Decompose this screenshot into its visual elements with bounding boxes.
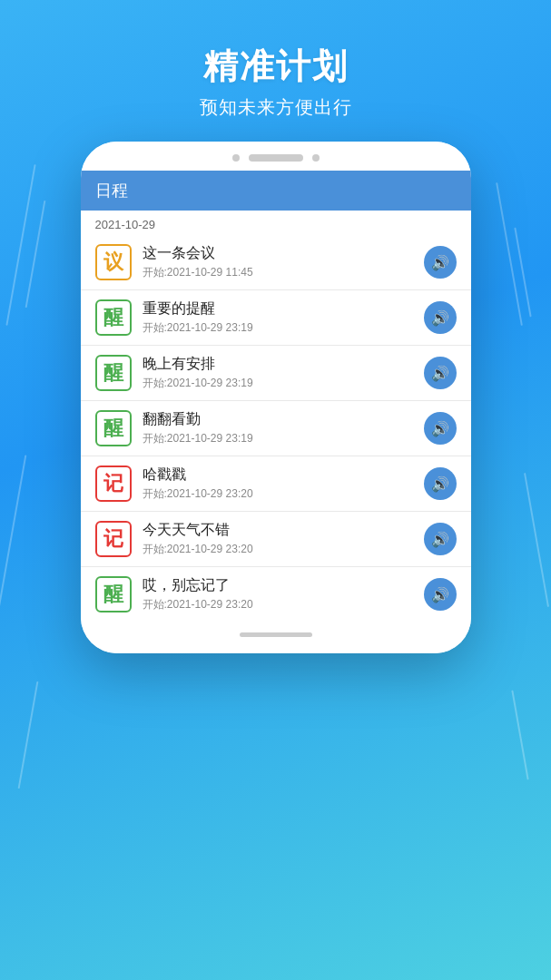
item-icon-xing-3: 醒 xyxy=(95,410,132,446)
item-icon-ji-5: 记 xyxy=(95,521,132,557)
schedule-title: 日程 xyxy=(95,180,457,201)
item-content-3: 翻翻看勤 开始:2021-10-29 23:19 xyxy=(143,410,413,446)
item-time-5: 开始:2021-10-29 23:20 xyxy=(143,542,413,557)
schedule-body: 2021-10-29 议 这一条会议 开始:2021-10-29 11:45 🔊… xyxy=(81,211,471,622)
item-title-5: 今天天气不错 xyxy=(143,521,413,540)
item-title-1: 重要的提醒 xyxy=(143,299,413,318)
list-item: 醒 哎，别忘记了 开始:2021-10-29 23:20 🔊 xyxy=(81,567,471,622)
list-item: 醒 重要的提醒 开始:2021-10-29 23:19 🔊 xyxy=(81,290,471,346)
item-icon-xing-6: 醒 xyxy=(95,576,132,612)
speaker-icon-6: 🔊 xyxy=(431,586,449,603)
list-item: 记 哈戳戳 开始:2021-10-29 23:20 🔊 xyxy=(81,456,471,512)
item-icon-xing-2: 醒 xyxy=(95,355,132,391)
list-item: 议 这一条会议 开始:2021-10-29 11:45 🔊 xyxy=(81,235,471,290)
phone-dot-left xyxy=(232,154,240,162)
item-content-5: 今天天气不错 开始:2021-10-29 23:20 xyxy=(143,521,413,557)
speaker-icon-4: 🔊 xyxy=(431,475,449,493)
item-content-6: 哎，别忘记了 开始:2021-10-29 23:20 xyxy=(143,576,413,612)
item-time-4: 开始:2021-10-29 23:20 xyxy=(143,486,413,502)
sound-button-0[interactable]: 🔊 xyxy=(424,246,457,279)
schedule-header: 日程 xyxy=(81,171,471,211)
sound-button-2[interactable]: 🔊 xyxy=(424,357,457,389)
home-indicator xyxy=(240,632,312,637)
item-title-0: 这一条会议 xyxy=(143,244,413,263)
list-item: 醒 翻翻看勤 开始:2021-10-29 23:19 🔊 xyxy=(81,401,471,456)
sound-button-6[interactable]: 🔊 xyxy=(424,578,457,611)
speaker-icon-0: 🔊 xyxy=(431,254,449,271)
item-time-2: 开始:2021-10-29 23:19 xyxy=(143,376,413,391)
speaker-icon-1: 🔊 xyxy=(431,309,449,327)
sound-button-4[interactable]: 🔊 xyxy=(424,467,457,500)
speaker-icon-2: 🔊 xyxy=(431,365,449,382)
header-section: 精准计划 预知未来方便出行 xyxy=(200,44,352,120)
sound-button-5[interactable]: 🔊 xyxy=(424,523,457,555)
list-item: 醒 晚上有安排 开始:2021-10-29 23:19 🔊 xyxy=(81,346,471,401)
main-subtitle: 预知未来方便出行 xyxy=(200,95,352,120)
item-title-3: 翻翻看勤 xyxy=(143,410,413,429)
item-content-2: 晚上有安排 开始:2021-10-29 23:19 xyxy=(143,355,413,391)
item-title-2: 晚上有安排 xyxy=(143,355,413,374)
phone-dot-right xyxy=(312,154,320,162)
item-content-1: 重要的提醒 开始:2021-10-29 23:19 xyxy=(143,299,413,336)
item-title-6: 哎，别忘记了 xyxy=(143,576,413,595)
item-content-4: 哈戳戳 开始:2021-10-29 23:20 xyxy=(143,466,413,502)
list-item: 记 今天天气不错 开始:2021-10-29 23:20 🔊 xyxy=(81,512,471,567)
item-icon-ji-4: 记 xyxy=(95,466,132,502)
date-label: 2021-10-29 xyxy=(81,211,471,235)
phone-mockup: 日程 2021-10-29 议 这一条会议 开始:2021-10-29 11:4… xyxy=(81,142,471,653)
item-time-3: 开始:2021-10-29 23:19 xyxy=(143,431,413,446)
phone-top-bar xyxy=(81,142,471,171)
speaker-icon-3: 🔊 xyxy=(431,420,449,437)
phone-speaker xyxy=(249,154,303,162)
main-title: 精准计划 xyxy=(200,44,352,90)
item-content-0: 这一条会议 开始:2021-10-29 11:45 xyxy=(143,244,413,280)
item-time-1: 开始:2021-10-29 23:19 xyxy=(143,320,413,336)
item-icon-xing-1: 醒 xyxy=(95,299,132,336)
item-time-0: 开始:2021-10-29 11:45 xyxy=(143,265,413,280)
item-title-4: 哈戳戳 xyxy=(143,466,413,485)
item-icon-yi-0: 议 xyxy=(95,244,132,280)
sound-button-1[interactable]: 🔊 xyxy=(424,301,457,334)
sound-button-3[interactable]: 🔊 xyxy=(424,412,457,445)
phone-bottom-bar xyxy=(81,622,471,653)
item-time-6: 开始:2021-10-29 23:20 xyxy=(143,597,413,612)
speaker-icon-5: 🔊 xyxy=(431,531,449,548)
